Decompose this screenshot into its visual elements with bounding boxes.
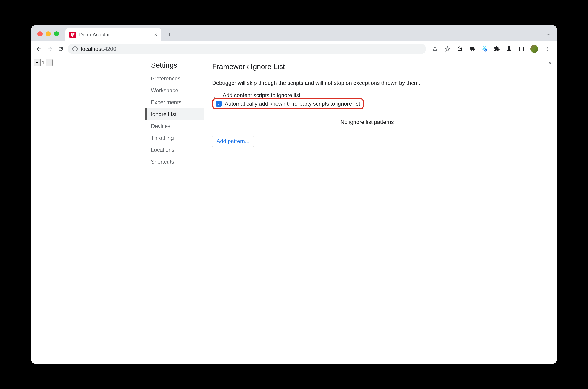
checkbox-label: Add content scripts to ignore list [223, 92, 300, 98]
sidebar-item-ignore-list[interactable]: Ignore List [145, 108, 204, 120]
counter-value: 1 [40, 60, 46, 66]
toolbar-icons [429, 45, 553, 53]
page-content: + 1 - Settings Preferences Workspace Exp… [31, 57, 557, 364]
browser-tab[interactable]: DemoAngular × [65, 28, 162, 41]
app-panel: + 1 - [31, 57, 145, 364]
site-info-icon[interactable] [72, 46, 78, 52]
close-tab-icon[interactable]: × [154, 32, 157, 38]
checkbox-icon [214, 93, 220, 98]
checkbox-checked-icon: ✓ [216, 101, 222, 106]
settings-sidebar: Settings Preferences Workspace Experimen… [145, 57, 204, 364]
sidebar-item-throttling[interactable]: Throttling [145, 132, 204, 144]
url-text: localhost:4200 [81, 46, 116, 52]
svg-point-11 [547, 48, 548, 49]
counter-widget: + 1 - [34, 59, 53, 66]
extension-react-icon[interactable] [481, 45, 488, 52]
svg-point-12 [547, 50, 548, 51]
svg-point-2 [460, 48, 461, 49]
window-minimize-button[interactable] [46, 31, 51, 36]
close-settings-icon[interactable]: × [548, 60, 552, 67]
extensions-puzzle-icon[interactable] [493, 45, 500, 52]
angular-icon [69, 32, 76, 38]
traffic-lights [37, 31, 59, 36]
profile-avatar[interactable] [530, 45, 538, 53]
address-bar: localhost:4200 [31, 41, 557, 57]
extension-incognito-icon[interactable] [469, 45, 476, 52]
share-icon[interactable] [432, 45, 438, 52]
settings-heading: Settings [145, 61, 204, 73]
settings-content: × Framework Ignore List Debugger will sk… [204, 57, 557, 364]
svg-rect-8 [520, 47, 523, 51]
window-maximize-button[interactable] [54, 31, 59, 36]
panel-description: Debugger will skip through the scripts a… [212, 80, 549, 86]
tab-title: DemoAngular [79, 32, 151, 38]
bookmark-star-icon[interactable] [444, 45, 451, 52]
sidebar-item-devices[interactable]: Devices [145, 120, 204, 132]
nav-reload-button[interactable] [57, 45, 65, 53]
panel-title: Framework Ignore List [212, 63, 549, 75]
window-close-button[interactable] [37, 31, 42, 36]
devtools-settings: Settings Preferences Workspace Experimen… [145, 57, 557, 364]
address-input[interactable]: localhost:4200 [68, 44, 426, 54]
sidebar-item-preferences[interactable]: Preferences [145, 73, 204, 85]
browser-window: DemoAngular × + localhost:4200 [31, 25, 557, 364]
checkbox-label: Automatically add known third-party scri… [225, 100, 360, 107]
increment-button[interactable]: + [34, 60, 40, 66]
extension-flask-icon[interactable] [506, 45, 513, 52]
tab-expand-icon[interactable] [546, 32, 551, 37]
add-pattern-button[interactable]: Add pattern... [212, 135, 254, 147]
sidebar-item-workspace[interactable]: Workspace [145, 85, 204, 97]
sidebar-item-locations[interactable]: Locations [145, 144, 204, 156]
nav-forward-button[interactable] [46, 45, 54, 53]
sidebar-item-experiments[interactable]: Experiments [145, 97, 204, 108]
side-panel-icon[interactable] [518, 45, 525, 52]
tab-bar: DemoAngular × + [31, 25, 557, 41]
ignore-patterns-list: No ignore list patterns [212, 113, 522, 131]
extension-ghost-icon[interactable] [456, 45, 463, 52]
new-tab-button[interactable]: + [164, 30, 174, 39]
svg-point-1 [458, 48, 459, 49]
svg-point-10 [547, 47, 548, 48]
nav-back-button[interactable] [35, 45, 43, 53]
svg-point-3 [484, 48, 485, 49]
sidebar-item-shortcuts[interactable]: Shortcuts [145, 156, 204, 168]
checkbox-auto-third-party[interactable]: ✓ Automatically add known third-party sc… [212, 98, 364, 109]
browser-menu-icon[interactable] [544, 45, 551, 52]
decrement-button[interactable]: - [46, 60, 52, 66]
